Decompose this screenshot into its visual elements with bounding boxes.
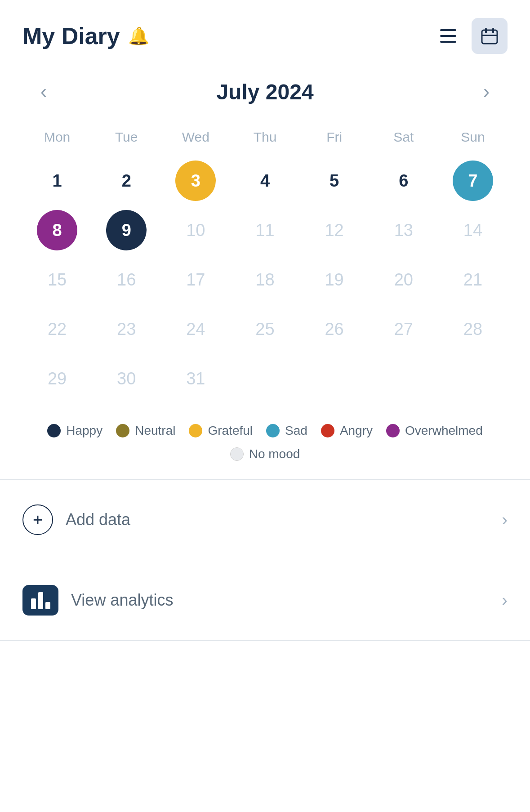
svg-rect-2 [440, 41, 456, 43]
calendar-day-9[interactable]: 9 [92, 208, 161, 253]
add-circle-icon: + [22, 504, 53, 535]
calendar-day-empty [230, 356, 299, 401]
svg-rect-0 [440, 29, 456, 31]
calendar-day-7[interactable]: 7 [438, 158, 508, 203]
calendar-day-3[interactable]: 3 [161, 158, 230, 203]
neutral-label: Neutral [135, 424, 175, 438]
legend-neutral: Neutral [116, 424, 175, 438]
calendar-day-22[interactable]: 22 [22, 307, 92, 352]
calendar-container: ‹ July 2024 › Mon Tue Wed Thu Fri Sat Su… [0, 67, 530, 479]
calendar-day-6[interactable]: 6 [369, 158, 438, 203]
day-header-mon: Mon [22, 125, 92, 149]
calendar-day-25[interactable]: 25 [230, 307, 299, 352]
calendar-day-11[interactable]: 11 [230, 208, 299, 253]
add-data-left: + Add data [22, 504, 130, 535]
overwhelmed-label: Overwhelmed [405, 424, 483, 438]
day-header-wed: Wed [161, 125, 230, 149]
day-header-sat: Sat [369, 125, 438, 149]
calendar-day-18[interactable]: 18 [230, 257, 299, 302]
day-header-thu: Thu [230, 125, 299, 149]
view-analytics-left: View analytics [22, 585, 173, 616]
calendar-day-24[interactable]: 24 [161, 307, 230, 352]
calendar-day-14[interactable]: 14 [438, 208, 508, 253]
legend-overwhelmed: Overwhelmed [386, 424, 483, 438]
bar-2 [38, 592, 43, 609]
calendar-day-5[interactable]: 5 [300, 158, 369, 203]
day-headers: Mon Tue Wed Thu Fri Sat Sun [22, 125, 508, 149]
calendar-day-16[interactable]: 16 [92, 257, 161, 302]
day-header-fri: Fri [300, 125, 369, 149]
header: My Diary 🔔 [0, 0, 530, 67]
angry-label: Angry [340, 424, 373, 438]
calendar-day-empty [369, 356, 438, 401]
prev-month-button[interactable]: ‹ [31, 76, 56, 107]
calendar-day-empty [438, 356, 508, 401]
bell-icon[interactable]: 🔔 [128, 26, 149, 46]
happy-label: Happy [66, 424, 102, 438]
bar-1 [31, 598, 36, 609]
view-analytics-chevron: › [502, 591, 508, 610]
svg-rect-1 [440, 35, 456, 37]
calendar-day-15[interactable]: 15 [22, 257, 92, 302]
grateful-dot [189, 424, 202, 437]
calendar-day-31[interactable]: 31 [161, 356, 230, 401]
header-left: My Diary 🔔 [22, 22, 149, 49]
sad-label: Sad [285, 424, 307, 438]
overwhelmed-dot [386, 424, 400, 437]
calendar-day-empty [300, 356, 369, 401]
calendar-day-12[interactable]: 12 [300, 208, 369, 253]
bar-3 [45, 602, 50, 609]
calendar-day-30[interactable]: 30 [92, 356, 161, 401]
mood-legend: Happy Neutral Grateful Sad Angry Overwhe… [22, 424, 508, 461]
view-analytics-row[interactable]: View analytics › [0, 560, 530, 640]
day-header-sun: Sun [438, 125, 508, 149]
month-title: July 2024 [216, 80, 313, 104]
svg-rect-3 [482, 30, 497, 44]
calendar-day-20[interactable]: 20 [369, 257, 438, 302]
add-data-label: Add data [66, 510, 130, 529]
view-analytics-label: View analytics [71, 591, 173, 610]
angry-dot [321, 424, 334, 437]
calendar-view-button[interactable] [472, 18, 508, 54]
svg-rect-6 [482, 35, 497, 36]
header-right [430, 18, 508, 54]
calendar-day-29[interactable]: 29 [22, 356, 92, 401]
legend-grateful: Grateful [189, 424, 253, 438]
calendar-day-21[interactable]: 21 [438, 257, 508, 302]
legend-no-mood: No mood [230, 447, 300, 461]
no-mood-label: No mood [249, 447, 300, 461]
calendar-day-28[interactable]: 28 [438, 307, 508, 352]
legend-happy: Happy [47, 424, 102, 438]
list-view-button[interactable] [430, 18, 466, 54]
svg-rect-4 [485, 28, 487, 33]
app-title: My Diary [22, 22, 120, 49]
calendar-day-19[interactable]: 19 [300, 257, 369, 302]
calendar-day-2[interactable]: 2 [92, 158, 161, 203]
grateful-label: Grateful [208, 424, 253, 438]
calendar-day-1[interactable]: 1 [22, 158, 92, 203]
calendar-day-8[interactable]: 8 [22, 208, 92, 253]
neutral-dot [116, 424, 129, 437]
month-nav: ‹ July 2024 › [22, 76, 508, 107]
calendar-day-17[interactable]: 17 [161, 257, 230, 302]
next-month-button[interactable]: › [474, 76, 499, 107]
legend-sad: Sad [266, 424, 307, 438]
calendar-day-23[interactable]: 23 [92, 307, 161, 352]
analytics-bars-icon [31, 591, 50, 609]
calendar-day-27[interactable]: 27 [369, 307, 438, 352]
calendar-day-10[interactable]: 10 [161, 208, 230, 253]
sad-dot [266, 424, 280, 437]
calendar-day-26[interactable]: 26 [300, 307, 369, 352]
calendar-day-13[interactable]: 13 [369, 208, 438, 253]
happy-dot [47, 424, 61, 437]
divider-3 [0, 640, 530, 641]
svg-rect-5 [492, 28, 494, 33]
add-data-chevron: › [502, 510, 508, 530]
legend-angry: Angry [321, 424, 373, 438]
analytics-icon-box [22, 585, 58, 616]
add-data-row[interactable]: + Add data › [0, 480, 530, 560]
day-header-tue: Tue [92, 125, 161, 149]
calendar-grid: 1234567891011121314151617181920212223242… [22, 158, 508, 401]
no-mood-dot [230, 447, 244, 461]
calendar-day-4[interactable]: 4 [230, 158, 299, 203]
